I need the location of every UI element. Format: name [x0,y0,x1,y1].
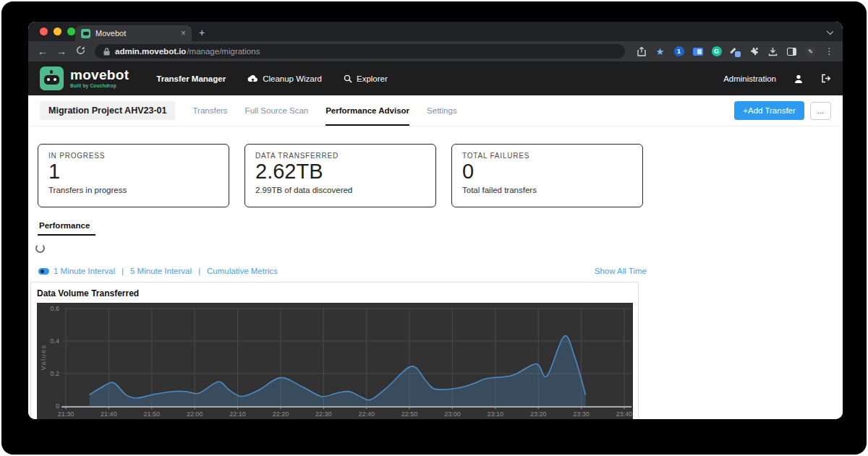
close-window-button[interactable] [40,27,48,35]
reload-button[interactable] [73,44,88,59]
tab-transfers[interactable]: Transfers [192,95,227,126]
onepassword-extension-icon[interactable]: 1 [673,46,685,58]
show-all-time-link[interactable]: Show All Time [595,267,647,275]
zoom-window-button[interactable] [67,27,75,35]
reload-icon [76,46,85,55]
stat-value: 0 [462,160,632,184]
lock-icon [103,48,110,56]
administration-link[interactable]: Administration [723,74,776,83]
stat-value: 2.62TB [255,160,425,184]
svg-text:22:50: 22:50 [401,410,418,418]
toolbar-icon-group: ★ 1 G ✎ ⋮ [635,46,835,58]
logout-icon[interactable] [821,74,831,83]
back-button[interactable]: ← [35,44,50,59]
forward-button[interactable]: → [54,44,69,59]
bookmark-star-icon[interactable]: ★ [654,46,666,58]
svg-text:22:20: 22:20 [273,410,289,418]
stat-label: TOTAL FAILURES [462,152,632,160]
link-5-minute-interval[interactable]: 5 Minute Interval [130,267,192,275]
chart-title: Data Volume Transferred [31,283,638,303]
browser-menu-icon[interactable]: ⋮ [823,46,835,58]
extensions-puzzle-icon[interactable] [748,46,760,58]
nav-item-explorer[interactable]: Explorer [344,74,388,83]
nav-item-label: Explorer [357,74,388,83]
separator: | [198,267,200,275]
more-options-button[interactable]: ... [810,102,831,120]
interval-controls: 1 Minute Interval | 5 Minute Interval | … [38,267,831,275]
page-content: Migration Project AHV23-01 Transfers Ful… [28,95,843,419]
browser-window: Movebot × + ← → admin.movebot.io /manage… [28,22,843,419]
visible-eye-icon [38,268,49,275]
section-tabs: Performance [38,218,831,236]
profile-avatar-icon[interactable]: ✎ [804,46,817,58]
add-transfer-button[interactable]: +Add Transfer [734,101,804,120]
explorer-search-icon [344,74,352,83]
tab-performance[interactable]: Performance [38,221,95,236]
grammarly-extension-icon[interactable]: G [710,46,723,58]
movebot-logo[interactable]: movebot Built by Couchdrop [40,66,129,90]
nav-item-cleanup-wizard[interactable]: Cleanup Wizard [247,74,322,83]
svg-text:0.2: 0.2 [50,370,59,377]
stat-value: 1 [48,160,218,184]
logo-text: movebot [70,68,129,82]
tab-full-source-scan[interactable]: Full Source Scan [245,95,309,126]
project-title: Migration Project AHV23-01 [40,101,175,120]
desktop-background: Movebot × + ← → admin.movebot.io /manage… [1,1,867,455]
link-cumulative-metrics[interactable]: Cumulative Metrics [207,267,278,275]
tab-settings[interactable]: Settings [427,95,457,126]
stat-caption: Transfers in progress [48,186,218,194]
tab-list-chevron-icon[interactable] [827,28,833,35]
svg-text:23:30: 23:30 [573,410,590,418]
browser-tab-movebot[interactable]: Movebot × [75,25,192,41]
chart-card: Data Volume Transferred 00.20.40.621:302… [30,282,639,419]
stat-caption: Total failed transfers [462,186,632,194]
svg-text:21:30: 21:30 [58,410,75,418]
svg-text:22:10: 22:10 [229,410,246,418]
project-header: Migration Project AHV23-01 Transfers Ful… [28,95,843,126]
cleanup-cloud-icon [247,74,258,82]
app-navbar: movebot Built by Couchdrop Transfer Mana… [28,61,843,95]
movebot-robot-icon [40,66,64,90]
stat-caption: 2.99TB of data discovered [255,186,425,194]
minimize-window-button[interactable] [54,27,61,35]
close-tab-icon[interactable]: × [181,28,186,38]
traffic-lights [40,27,75,35]
svg-text:21:40: 21:40 [101,410,117,418]
project-tabs: Transfers Full Source Scan Performance A… [192,95,456,126]
stat-cards: IN PROGRESS 1 Transfers in progress DATA… [38,144,831,207]
color-picker-extension-icon[interactable] [729,46,741,58]
svg-text:22:30: 22:30 [315,410,332,418]
stat-card-in-progress: IN PROGRESS 1 Transfers in progress [38,144,229,207]
data-volume-chart[interactable]: 00.20.40.621:3021:4021:5022:0022:1022:20… [37,303,633,419]
svg-text:23:40: 23:40 [616,410,633,418]
logo-subtext: Built by Couchdrop [70,84,129,89]
svg-text:22:00: 22:00 [187,410,203,418]
user-account-icon[interactable] [793,74,804,84]
svg-text:23:20: 23:20 [530,410,547,418]
link-1-minute-interval[interactable]: 1 Minute Interval [54,267,115,275]
loading-spinner-icon [35,244,45,253]
stat-label: DATA TRANSFERRED [255,152,425,160]
side-panel-icon[interactable] [786,46,798,58]
svg-text:0.6: 0.6 [50,305,59,312]
svg-text:Values: Values [40,345,47,371]
stat-card-data-transferred: DATA TRANSFERRED 2.62TB 2.99TB of data d… [244,144,436,207]
address-bar[interactable]: admin.movebot.io /manage/migrations [95,44,625,59]
svg-text:0.4: 0.4 [50,337,59,345]
share-icon[interactable] [635,46,647,58]
performance-chart-svg: 00.20.40.621:3021:4021:5022:0022:1022:20… [37,303,633,419]
svg-text:0: 0 [56,403,59,410]
blue-extension-icon[interactable] [692,46,704,58]
nav-item-transfer-manager[interactable]: Transfer Manager [156,74,226,83]
app-nav-items: Transfer Manager Cleanup Wizard Explorer [156,74,388,83]
separator: | [122,267,124,275]
url-path: /manage/migrations [187,47,260,56]
new-tab-button[interactable]: + [199,27,205,38]
tab-performance-advisor[interactable]: Performance Advisor [326,95,409,126]
svg-text:21:50: 21:50 [144,410,161,418]
browser-toolbar: ← → admin.movebot.io /manage/migrations … [28,41,843,61]
downloads-icon[interactable] [767,46,779,58]
svg-text:23:00: 23:00 [444,410,461,418]
tab-strip: Movebot × + [28,22,843,41]
header-actions: +Add Transfer ... [734,101,831,120]
